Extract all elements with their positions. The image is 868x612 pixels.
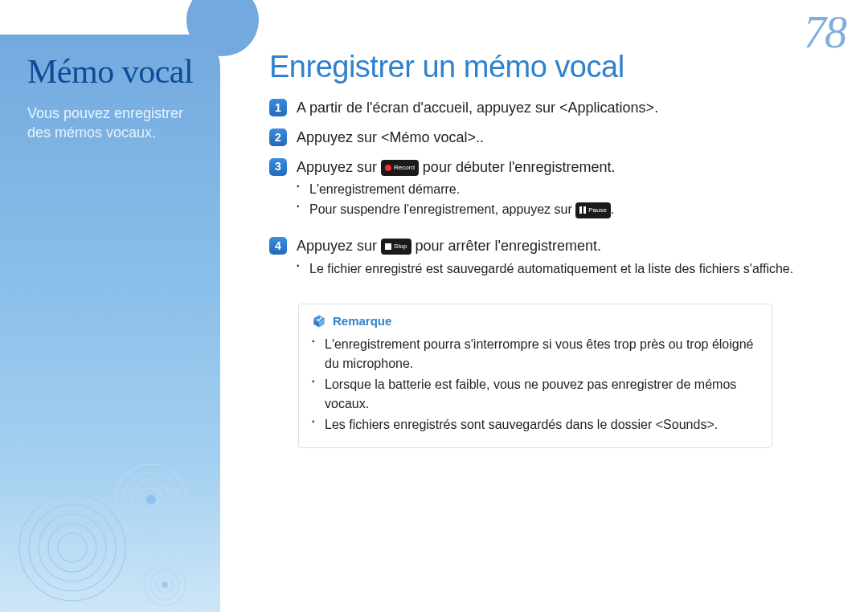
step-number-badge: 2: [269, 129, 287, 146]
step-body: Appuyez sur Stop pour arrêter l'enregist…: [297, 235, 832, 288]
stop-button-chip: Stop: [381, 239, 411, 255]
step-sub-bullets: L'enregistrement démarre.Pour suspendre …: [297, 180, 832, 220]
step-body: Appuyez sur Record pour débuter l'enregi…: [297, 156, 832, 228]
remark-list: L'enregistrement pourra s'interrompre si…: [312, 335, 759, 435]
remark-header: Remarque: [312, 314, 759, 328]
svg-point-6: [124, 472, 178, 527]
main-title: Enregistrer un mémo vocal: [269, 50, 624, 84]
pause-button-chip: Pause: [575, 202, 611, 218]
svg-point-13: [162, 581, 168, 588]
sidebar-title: Mémo vocal: [27, 52, 199, 91]
page-number: 78: [804, 6, 845, 58]
record-button-chip: Record: [381, 160, 419, 176]
step-text: Appuyez sur <Mémo vocal>..: [297, 126, 832, 149]
svg-point-2: [39, 514, 106, 581]
svg-point-12: [157, 577, 173, 593]
remark-icon: [312, 314, 326, 328]
svg-point-4: [58, 533, 87, 562]
sidebar: Mémo vocal Vous pouvez enregistrer des m…: [0, 35, 220, 612]
step-3: 3Appuyez sur Record pour débuter l'enreg…: [269, 156, 832, 228]
svg-point-0: [19, 495, 125, 601]
step-body: Appuyez sur <Mémo vocal>..: [297, 126, 832, 149]
step-body: A partir de l'écran d'accueil, appuyez s…: [297, 96, 832, 120]
decorative-circles-graphic: [16, 443, 225, 612]
step-text: Appuyez sur Record pour débuter l'enregi…: [297, 156, 832, 179]
svg-point-3: [48, 524, 96, 572]
step-number-badge: 4: [269, 237, 287, 255]
svg-point-7: [132, 480, 170, 519]
list-item: Pour suspendre l'enregistrement, appuyez…: [297, 200, 832, 220]
remark-box: Remarque L'enregistrement pourra s'inter…: [298, 304, 772, 448]
svg-point-8: [140, 488, 162, 511]
svg-point-1: [29, 504, 116, 591]
list-item: Les fichiers enregistrés sont sauvegardé…: [312, 415, 759, 435]
remark-label: Remarque: [333, 314, 391, 328]
step-2: 2Appuyez sur <Mémo vocal>..: [269, 126, 832, 149]
step-number-badge: 1: [269, 99, 287, 116]
step-text: Appuyez sur Stop pour arrêter l'enregist…: [297, 235, 832, 258]
step-4: 4Appuyez sur Stop pour arrêter l'enregis…: [269, 235, 832, 288]
step-text: A partir de l'écran d'accueil, appuyez s…: [297, 96, 832, 120]
svg-point-9: [146, 495, 156, 504]
list-item: L'enregistrement pourra s'interrompre si…: [312, 335, 759, 373]
step-sub-bullets: Le fichier enregistré est sauvegardé aut…: [297, 259, 832, 279]
svg-point-5: [116, 464, 186, 535]
sidebar-subtitle: Vous pouvez enregistrer des mémos vocaux…: [27, 104, 199, 143]
step-number-badge: 3: [269, 158, 287, 176]
list-item: Lorsque la batterie est faible, vous ne …: [312, 375, 759, 414]
svg-point-11: [150, 570, 179, 599]
svg-point-10: [144, 564, 186, 606]
main-content: 1A partir de l'écran d'accueil, appuyez …: [269, 96, 832, 448]
step-1: 1A partir de l'écran d'accueil, appuyez …: [269, 96, 832, 120]
list-item: L'enregistrement démarre.: [297, 180, 832, 200]
list-item: Le fichier enregistré est sauvegardé aut…: [297, 259, 832, 279]
